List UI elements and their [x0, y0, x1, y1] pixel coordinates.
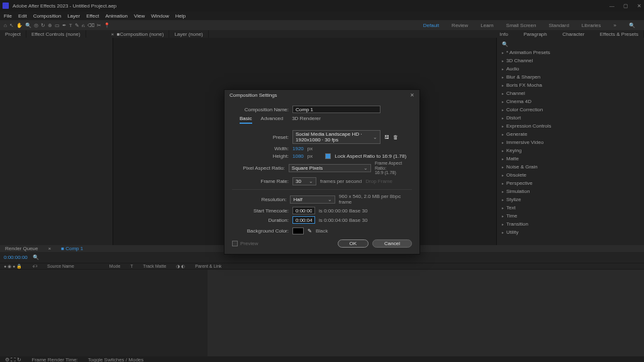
effect-cat[interactable]: Matte [497, 155, 644, 163]
menu-view[interactable]: View [134, 13, 145, 19]
effect-cat[interactable]: Blur & Sharpen [497, 73, 644, 81]
tab-composition[interactable]: × ■ Composition (none) [106, 30, 170, 38]
home-icon[interactable]: ⌂ [4, 23, 7, 28]
minimize-icon[interactable]: — [609, 3, 614, 9]
eyedropper-icon[interactable]: ✎ [308, 228, 312, 234]
bgcolor-swatch[interactable] [292, 228, 304, 234]
search-icon[interactable]: 🔍 [33, 255, 39, 260]
effect-cat[interactable]: 3D Channel [497, 57, 644, 65]
col-source[interactable]: Source Name [47, 264, 74, 268]
effect-cat[interactable]: Perspective [497, 179, 644, 187]
stamp-tool-icon[interactable]: ⎌ [82, 23, 85, 28]
effect-cat[interactable]: Expression Controls [497, 122, 644, 130]
preset-select[interactable]: Social Media Landscape HD · 1920x1080 · … [292, 130, 380, 144]
effect-cat[interactable]: Transition [497, 220, 644, 228]
col-parent[interactable]: Parent & Link [195, 264, 221, 268]
bgcolor-name: Black [316, 228, 328, 234]
menu-edit[interactable]: Edit [18, 13, 27, 19]
search-icon[interactable]: 🔍 [624, 23, 640, 28]
tab-layer[interactable]: Layer (none) [169, 30, 208, 38]
menu-layer[interactable]: Layer [67, 13, 80, 19]
effect-cat[interactable]: Keying [497, 146, 644, 155]
effect-cat[interactable]: Obsolete [497, 171, 644, 179]
menu-animation[interactable]: Animation [105, 13, 128, 19]
roto-tool-icon[interactable]: ✂ [97, 23, 101, 28]
resolution-select[interactable]: Half [290, 195, 335, 204]
toggle-switches[interactable]: Toggle Switches / Modes [88, 357, 144, 362]
col-mode[interactable]: Mode [109, 264, 121, 268]
effect-cat[interactable]: Stylize [497, 195, 644, 204]
menu-window[interactable]: Window [151, 13, 169, 19]
workspace-default[interactable]: Default [418, 23, 444, 28]
tab-info[interactable]: Info [500, 31, 508, 37]
width-value[interactable]: 1920 [292, 146, 304, 151]
rotate-tool-icon[interactable]: ↻ [41, 23, 45, 28]
cancel-button[interactable]: Cancel [372, 239, 412, 248]
effect-cat[interactable]: Channel [497, 89, 644, 97]
workspace-review[interactable]: Review [447, 23, 473, 28]
effect-cat[interactable]: Time [497, 212, 644, 220]
height-value[interactable]: 1080 [292, 153, 304, 159]
menu-file[interactable]: File [4, 13, 12, 19]
workspace-learn[interactable]: Learn [475, 23, 498, 28]
tab-paragraph[interactable]: Paragraph [523, 31, 547, 37]
effect-cat[interactable]: Color Correction [497, 106, 644, 114]
dialog-title: Composition Settings [230, 92, 277, 98]
effect-cat[interactable]: Distort [497, 114, 644, 122]
par-select[interactable]: Square Pixels [289, 164, 371, 172]
comp-name-input[interactable] [292, 106, 380, 113]
selection-tool-icon[interactable]: ↖ [9, 23, 14, 28]
tab-effects-presets[interactable]: Effects & Presets [600, 31, 638, 37]
effect-cat[interactable]: Simulation [497, 187, 644, 195]
save-preset-icon[interactable]: 🖫 [384, 134, 389, 140]
delete-preset-icon[interactable]: 🗑 [393, 134, 398, 140]
panbehind-tool-icon[interactable]: ⊕ [48, 23, 52, 28]
menu-effect[interactable]: Effect [86, 13, 99, 19]
close-icon[interactable]: ✕ [410, 92, 414, 98]
eraser-tool-icon[interactable]: ⌫ [87, 23, 94, 28]
tab-effect-controls[interactable]: Effect Controls (none) [26, 30, 86, 38]
workspace-more[interactable]: » [609, 23, 621, 28]
tab-advanced[interactable]: Advanced [261, 116, 284, 124]
tab-render-queue[interactable]: Render Queue [5, 246, 38, 251]
par-label: Pixel Aspect Ratio: [232, 165, 285, 171]
tab-comp1[interactable]: ■ Comp 1 [61, 246, 83, 251]
workspace-smallscreen[interactable]: Small Screen [501, 23, 541, 28]
effect-cat[interactable]: Immersive Video [497, 138, 644, 146]
menu-composition[interactable]: Composition [33, 13, 61, 19]
effect-cat[interactable]: Boris FX Mocha [497, 81, 644, 89]
pen-tool-icon[interactable]: ✒ [62, 23, 67, 28]
lock-aspect-checkbox[interactable] [325, 153, 331, 159]
text-tool-icon[interactable]: T [69, 23, 72, 28]
menu-help[interactable]: Help [175, 13, 186, 19]
effect-cat[interactable]: Generate [497, 130, 644, 138]
start-timecode-input[interactable] [292, 207, 315, 214]
puppet-tool-icon[interactable]: 📍 [104, 23, 110, 28]
effect-cat[interactable]: Utility [497, 228, 644, 236]
effect-cat[interactable]: Cinema 4D [497, 97, 644, 106]
col-t[interactable]: T [130, 264, 133, 268]
tab-character[interactable]: Character [562, 31, 584, 37]
col-trackmatte[interactable]: Track Matte [143, 264, 167, 268]
tab-3d-renderer[interactable]: 3D Renderer [292, 116, 321, 124]
maximize-icon[interactable]: ▢ [623, 3, 628, 9]
effect-cat[interactable]: Text [497, 204, 644, 212]
brush-tool-icon[interactable]: ✎ [75, 23, 79, 28]
effect-cat[interactable]: * Animation Presets [497, 48, 644, 57]
ok-button[interactable]: OK [338, 239, 369, 248]
tab-basic[interactable]: Basic [240, 116, 252, 124]
close-icon[interactable]: ✕ [637, 3, 641, 9]
duration-input[interactable] [292, 216, 315, 224]
rect-tool-icon[interactable]: ▭ [55, 23, 60, 28]
current-timecode[interactable]: 0:00:00:00 [4, 255, 28, 260]
effect-cat[interactable]: Noise & Grain [497, 163, 644, 171]
effect-cat[interactable]: Audio [497, 65, 644, 73]
orbit-tool-icon[interactable]: ◎ [34, 23, 38, 28]
tab-project[interactable]: Project [0, 30, 26, 38]
hand-tool-icon[interactable]: ✋ [16, 23, 23, 28]
dialog-titlebar: Composition Settings ✕ [225, 90, 419, 100]
zoom-tool-icon[interactable]: 🔍 [25, 23, 31, 28]
workspace-libraries[interactable]: Libraries [577, 23, 606, 28]
workspace-standard[interactable]: Standard [543, 23, 574, 28]
framerate-select[interactable]: 30 [292, 177, 316, 185]
